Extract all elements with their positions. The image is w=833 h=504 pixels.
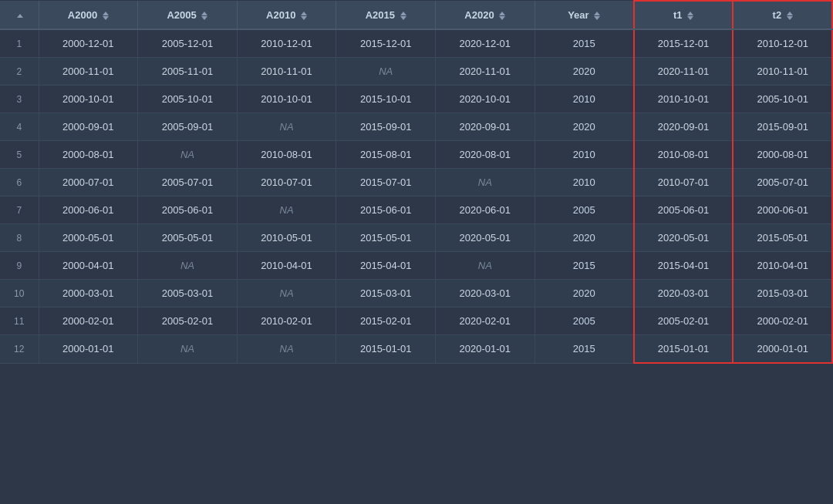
- cell-A2005: 2005-10-01: [138, 86, 238, 113]
- cell-t1: 2015-01-01: [634, 335, 734, 364]
- cell-Year: 2020: [535, 113, 634, 141]
- table-row: 42000-09-012005-09-01NA2015-09-012020-09…: [0, 113, 832, 141]
- data-table: A2000 A2005 A2010 A2015 A2020: [0, 0, 833, 364]
- cell-A2005: NA: [138, 252, 238, 280]
- cell-A2015: 2015-06-01: [336, 197, 436, 224]
- cell-A2020: 2020-06-01: [436, 197, 535, 224]
- cell-A2020: 2020-10-01: [436, 86, 535, 113]
- table-row: 72000-06-012005-06-01NA2015-06-012020-06…: [0, 197, 832, 224]
- col-header-A2000[interactable]: A2000: [39, 1, 138, 29]
- table-row: 112000-02-012005-02-012010-02-012015-02-…: [0, 307, 832, 335]
- t1-sort-icon: [687, 12, 693, 20]
- cell-A2000: 2000-06-01: [39, 197, 138, 224]
- col-header-index[interactable]: [0, 1, 39, 29]
- cell-Year: 2015: [535, 335, 634, 364]
- cell-index: 11: [0, 307, 39, 335]
- cell-A2015: 2015-08-01: [336, 141, 436, 169]
- cell-A2000: 2000-01-01: [39, 335, 138, 364]
- cell-t1: 2005-02-01: [634, 307, 734, 335]
- cell-A2000: 2000-04-01: [39, 252, 138, 280]
- cell-index: 6: [0, 169, 39, 197]
- col-header-t2[interactable]: t2: [733, 1, 832, 29]
- cell-A2020: NA: [436, 252, 535, 280]
- table-row: 82000-05-012005-05-012010-05-012015-05-0…: [0, 224, 832, 252]
- cell-A2000: 2000-02-01: [39, 307, 138, 335]
- cell-Year: 2020: [535, 224, 634, 252]
- cell-A2000: 2000-12-01: [39, 29, 138, 58]
- cell-index: 10: [0, 280, 39, 307]
- table-row: 62000-07-012005-07-012010-07-012015-07-0…: [0, 169, 832, 197]
- col-header-A2020[interactable]: A2020: [436, 1, 535, 29]
- cell-t1: 2020-03-01: [634, 280, 734, 307]
- cell-A2020: 2020-09-01: [436, 113, 535, 141]
- cell-A2015: 2015-02-01: [336, 307, 436, 335]
- col-header-A2005[interactable]: A2005: [138, 1, 238, 29]
- cell-A2010: 2010-05-01: [237, 224, 336, 252]
- cell-A2010: NA: [237, 280, 336, 307]
- cell-Year: 2015: [535, 252, 634, 280]
- cell-t1: 2005-06-01: [634, 197, 734, 224]
- cell-t1: 2020-05-01: [634, 224, 734, 252]
- cell-A2000: 2000-03-01: [39, 280, 138, 307]
- cell-t2: 2015-03-01: [733, 280, 832, 307]
- cell-A2010: NA: [237, 197, 336, 224]
- cell-A2010: 2010-10-01: [237, 86, 336, 113]
- cell-A2020: 2020-08-01: [436, 141, 535, 169]
- cell-t2: 2015-09-01: [733, 113, 832, 141]
- cell-A2010: NA: [237, 335, 336, 364]
- col-header-Year[interactable]: Year: [535, 1, 634, 29]
- cell-Year: 2010: [535, 169, 634, 197]
- cell-A2005: 2005-07-01: [138, 169, 238, 197]
- cell-A2015: 2015-03-01: [336, 280, 436, 307]
- cell-index: 12: [0, 335, 39, 364]
- A2015-sort-icon: [400, 12, 406, 20]
- cell-A2015: 2015-07-01: [336, 169, 436, 197]
- cell-A2005: 2005-06-01: [138, 197, 238, 224]
- table-row: 102000-03-012005-03-01NA2015-03-012020-0…: [0, 280, 832, 307]
- cell-t2: 2000-02-01: [733, 307, 832, 335]
- cell-A2015: 2015-05-01: [336, 224, 436, 252]
- cell-A2015: NA: [336, 58, 436, 86]
- cell-Year: 2020: [535, 58, 634, 86]
- col-header-A2010[interactable]: A2010: [237, 1, 336, 29]
- cell-index: 7: [0, 197, 39, 224]
- cell-t1: 2015-04-01: [634, 252, 734, 280]
- cell-Year: 2005: [535, 197, 634, 224]
- cell-t1: 2020-11-01: [634, 58, 734, 86]
- cell-A2010: 2010-02-01: [237, 307, 336, 335]
- cell-t2: 2010-04-01: [733, 252, 832, 280]
- cell-A2015: 2015-09-01: [336, 113, 436, 141]
- cell-A2010: 2010-12-01: [237, 29, 336, 58]
- cell-A2010: 2010-08-01: [237, 141, 336, 169]
- table-row: 12000-12-012005-12-012010-12-012015-12-0…: [0, 29, 832, 58]
- data-table-wrapper: A2000 A2005 A2010 A2015 A2020: [0, 0, 833, 504]
- cell-A2010: 2010-07-01: [237, 169, 336, 197]
- A2020-sort-icon: [499, 12, 505, 20]
- cell-index: 1: [0, 29, 39, 58]
- cell-A2020: 2020-05-01: [436, 224, 535, 252]
- cell-A2020: 2020-01-01: [436, 335, 535, 364]
- cell-t2: 2010-11-01: [733, 58, 832, 86]
- col-header-A2015[interactable]: A2015: [336, 1, 436, 29]
- cell-index: 8: [0, 224, 39, 252]
- cell-t2: 2000-08-01: [733, 141, 832, 169]
- cell-A2005: 2005-12-01: [138, 29, 238, 58]
- cell-Year: 2005: [535, 307, 634, 335]
- cell-A2005: NA: [138, 335, 238, 364]
- index-sort-icon: [17, 14, 23, 18]
- cell-index: 5: [0, 141, 39, 169]
- cell-Year: 2015: [535, 29, 634, 58]
- cell-A2005: 2005-03-01: [138, 280, 238, 307]
- cell-A2010: 2010-04-01: [237, 252, 336, 280]
- cell-A2005: 2005-09-01: [138, 113, 238, 141]
- cell-index: 2: [0, 58, 39, 86]
- cell-index: 4: [0, 113, 39, 141]
- cell-index: 3: [0, 86, 39, 113]
- cell-t1: 2020-09-01: [634, 113, 734, 141]
- col-header-t1[interactable]: t1: [634, 1, 734, 29]
- cell-Year: 2010: [535, 141, 634, 169]
- cell-A2000: 2000-10-01: [39, 86, 138, 113]
- cell-A2000: 2000-08-01: [39, 141, 138, 169]
- Year-sort-icon: [594, 12, 600, 20]
- cell-A2015: 2015-10-01: [336, 86, 436, 113]
